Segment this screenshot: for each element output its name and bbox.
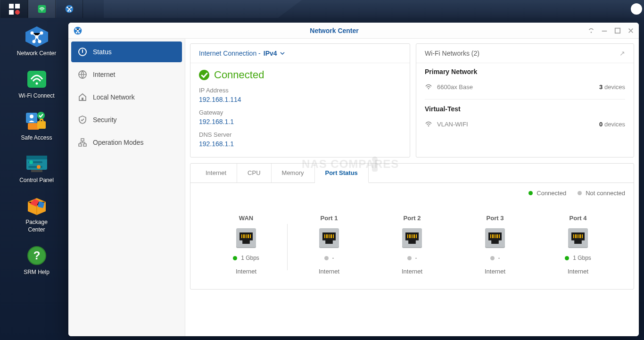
minimize-button[interactable]	[601, 27, 608, 34]
dns-field: DNS Server 192.168.1.1	[199, 131, 401, 148]
svg-point-7	[68, 8, 70, 9]
field-label: Gateway	[199, 109, 401, 116]
wifi-signal-icon	[425, 120, 432, 128]
help-button[interactable]	[588, 27, 594, 34]
desktop-wifi-connect[interactable]: Wi-Fi Connect	[4, 68, 70, 100]
port-sub-label: Internet	[402, 268, 422, 275]
svg-point-27	[37, 165, 41, 169]
tab-port-status[interactable]: Port Status	[315, 164, 369, 183]
sidebar-item-status[interactable]: Status	[71, 41, 182, 62]
svg-rect-40	[602, 31, 607, 32]
svg-rect-20	[37, 121, 46, 129]
device-label: devices	[604, 83, 625, 91]
svg-rect-47	[79, 144, 82, 146]
field-value: 192.168.1.1	[199, 118, 401, 125]
sidebar-label: Security	[93, 116, 117, 124]
svg-point-34	[75, 28, 76, 30]
desktop-safe-access[interactable]: Safe Access	[4, 110, 70, 142]
dot-connected-icon	[233, 256, 237, 260]
port-sub-label: Internet	[568, 268, 588, 275]
port-port-1[interactable]: Port 1 - Internet	[288, 215, 371, 275]
wifi-network-row[interactable]: 6600ax Base 3 devices	[425, 80, 625, 93]
port-name-label: Port 1	[321, 215, 338, 222]
tab-internet[interactable]: Internet	[195, 164, 237, 182]
connection-mode-dropdown[interactable]: Internet Connection - IPv4	[199, 50, 285, 57]
home-network-icon	[78, 92, 87, 102]
internet-connection-card: Internet Connection - IPv4 Connected IP …	[190, 43, 410, 158]
sidebar-item-internet[interactable]: Internet	[71, 64, 182, 85]
desktop-srm-help[interactable]: ? SRM Help	[4, 244, 70, 276]
package-center-icon	[25, 195, 49, 216]
taskbar-network-center-button[interactable]	[56, 0, 83, 18]
network-icon	[65, 4, 74, 14]
tab-cpu[interactable]: CPU	[237, 164, 271, 182]
svg-rect-28	[31, 170, 42, 172]
network-center-icon	[24, 25, 50, 48]
svg-point-1	[41, 10, 42, 11]
svg-point-50	[428, 125, 429, 127]
taskbar-decor	[104, 0, 302, 18]
desktop-network-center[interactable]: Network Center	[4, 25, 70, 58]
window-title: Network Center	[86, 27, 582, 34]
port-wan[interactable]: WAN 1 Gbps Internet	[205, 215, 288, 275]
connection-status: Connected	[199, 69, 401, 81]
taskbar-wifi-connect-button[interactable]	[28, 0, 56, 18]
svg-text:?: ?	[33, 249, 40, 262]
port-name-label: Port 4	[570, 215, 587, 222]
titlebar[interactable]: Network Center	[68, 23, 639, 39]
desktop-control-panel[interactable]: Control Panel	[4, 152, 70, 184]
svg-rect-23	[26, 156, 47, 159]
maximize-button[interactable]	[614, 27, 621, 34]
svg-point-38	[77, 30, 78, 31]
svg-point-10	[40, 32, 43, 35]
desktop-label: Safe Access	[21, 134, 52, 142]
ip-address-field: IP Address 192.168.1.114	[199, 87, 401, 103]
expand-icon[interactable]: ↗	[619, 50, 625, 57]
svg-rect-48	[83, 144, 86, 146]
desktop-icons: Network Center Wi-Fi Connect Safe Access…	[0, 18, 73, 276]
port-name-label: WAN	[239, 215, 253, 222]
port-port-2[interactable]: Port 2 - Internet	[371, 215, 454, 275]
user-avatar-icon[interactable]	[631, 3, 642, 15]
device-count: 3	[599, 83, 603, 91]
ethernet-jack-icon	[319, 228, 339, 248]
legend-notconnected: Not connected	[578, 190, 625, 197]
sidebar-item-security[interactable]: Security	[71, 109, 182, 130]
ethernet-jack-icon	[568, 228, 588, 248]
ethernet-jack-icon	[236, 228, 256, 248]
dashboard-icon	[9, 4, 20, 15]
desktop-label: SRM Help	[24, 269, 50, 276]
safe-access-icon	[25, 111, 49, 132]
ports-row: WAN 1 Gbps Internet Port 1 - Internet Po…	[190, 197, 634, 289]
port-port-3[interactable]: Port 3 - Internet	[454, 215, 537, 275]
svg-point-12	[38, 40, 41, 43]
wifi-icon	[37, 4, 47, 14]
wifi-section-title: Virtual-Test	[425, 105, 625, 113]
taskbar-dashboard-button[interactable]	[0, 0, 28, 18]
sidebar-item-operation-modes[interactable]: Operation Modes	[71, 132, 182, 153]
wifi-network-row[interactable]: VLAN-WIFI 0 devices	[425, 117, 625, 131]
divider	[425, 99, 625, 100]
field-value: 192.168.1.114	[199, 96, 401, 103]
desktop-package-center[interactable]: Package Center	[4, 194, 70, 233]
wifi-header-text: Wi-Fi Networks (2)	[425, 50, 479, 57]
wifi-connect-icon	[25, 68, 48, 91]
dot-notconnected-icon	[407, 256, 412, 260]
tab-memory[interactable]: Memory	[272, 164, 315, 182]
dot-connected-icon	[565, 256, 569, 260]
window-app-icon	[73, 26, 83, 35]
desktop-label: Package Center	[25, 219, 48, 233]
sidebar-label: Local Network	[93, 93, 135, 101]
port-port-4[interactable]: Port 4 1 Gbps Internet	[537, 215, 619, 275]
sidebar: Status Internet Local Network Security O…	[68, 39, 185, 336]
port-name-label: Port 2	[404, 215, 421, 222]
wifi-section-title: Primary Network	[425, 68, 625, 75]
svg-point-11	[32, 40, 35, 43]
close-button[interactable]	[627, 27, 634, 34]
chevron-down-icon	[280, 52, 285, 55]
svg-rect-46	[81, 139, 84, 141]
sidebar-item-local-network[interactable]: Local Network	[71, 87, 182, 108]
dot-notconnected-icon	[578, 191, 582, 195]
svg-point-25	[29, 160, 33, 164]
svg-point-39	[591, 32, 592, 33]
